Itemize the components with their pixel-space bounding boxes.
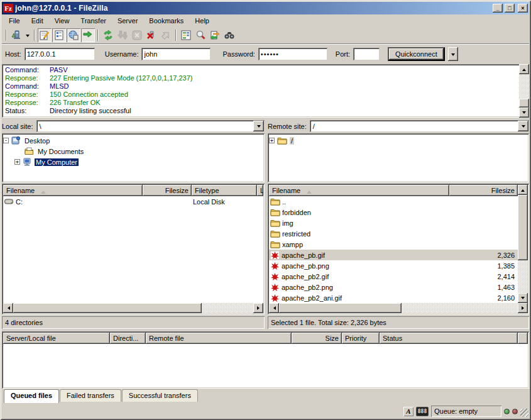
combo-dropdown-icon[interactable] — [518, 121, 528, 131]
tab-failed-transfers[interactable]: Failed transfers — [60, 389, 121, 402]
process-queue-icon[interactable] — [116, 28, 129, 42]
menu-server[interactable]: Server — [112, 15, 143, 26]
host-input[interactable] — [25, 48, 95, 60]
disconnect-icon[interactable] — [145, 28, 158, 42]
quickconnect-button[interactable]: Quickconnect — [388, 47, 445, 61]
transfer-queue[interactable]: Server/Local file Directi... Remote file… — [2, 331, 529, 389]
scroll-up-icon[interactable] — [519, 64, 529, 74]
remote-file-list[interactable]: Filename Filesize .. forbidden — [268, 184, 529, 314]
column-header-priority[interactable]: Priority — [342, 333, 380, 344]
column-header-remote-file[interactable]: Remote file — [146, 333, 292, 344]
title-bar[interactable]: Fz john@127.0.0.1 - FileZilla _ □ × — [2, 2, 529, 14]
scroll-right-icon[interactable] — [518, 303, 528, 313]
local-file-list[interactable]: Filename Filesize Filetype L C: — [2, 184, 265, 314]
file-row[interactable]: apache_pb2_ani.gif 2,160 — [269, 292, 518, 303]
local-tree[interactable]: - Desktop My Documents + My Computer — [2, 133, 265, 182]
file-row[interactable]: apache_pb2.png 1,463 — [269, 282, 518, 292]
column-header-filetype[interactable]: Filetype — [192, 185, 257, 196]
search-icon[interactable] — [222, 28, 236, 42]
local-site-bar: Local site: \ — [2, 119, 265, 133]
remote-horizontal-scrollbar[interactable] — [269, 303, 528, 313]
speed-limits-icon[interactable]: 888 — [416, 407, 429, 416]
compare-directories-icon[interactable] — [179, 28, 193, 42]
remote-tree[interactable]: + / — [268, 133, 529, 182]
username-input[interactable] — [141, 48, 211, 60]
site-manager-icon[interactable] — [9, 28, 23, 42]
maximize-button[interactable]: □ — [505, 4, 515, 13]
tree-item-my-computer[interactable]: + My Computer — [3, 157, 263, 167]
file-row-c-drive[interactable]: C: Local Disk — [3, 196, 263, 207]
scrollbar-thumb[interactable] — [519, 99, 529, 108]
tree-item-root[interactable]: + / — [269, 135, 528, 146]
scroll-up-icon[interactable] — [518, 185, 528, 195]
menu-edit[interactable]: Edit — [26, 15, 49, 26]
menu-help[interactable]: Help — [189, 15, 215, 26]
column-header-status[interactable]: Status — [380, 333, 518, 344]
port-input[interactable] — [353, 48, 380, 60]
scrollbar-thumb[interactable] — [13, 303, 202, 313]
file-size: 2,160 — [497, 294, 515, 302]
toggle-remote-tree-icon[interactable] — [67, 28, 80, 42]
toggle-message-log-icon[interactable] — [38, 28, 52, 42]
tree-item-desktop[interactable]: - Desktop — [3, 135, 263, 146]
filter-icon[interactable] — [194, 28, 207, 42]
column-header-filesize[interactable]: Filesize — [449, 185, 518, 196]
remote-site-combo[interactable]: / — [310, 120, 529, 132]
column-header-server-local-file[interactable]: Server/Local file — [3, 333, 110, 344]
combo-dropdown-icon[interactable] — [253, 121, 264, 131]
refresh-icon[interactable] — [101, 28, 115, 42]
scroll-left-icon[interactable] — [3, 303, 13, 313]
menu-transfer[interactable]: Transfer — [75, 15, 112, 26]
file-row[interactable]: forbidden — [269, 207, 518, 218]
local-list-header: Filename Filesize Filetype L — [3, 185, 263, 196]
column-header-blank — [518, 333, 528, 344]
tree-item-my-documents[interactable]: My Documents — [3, 146, 263, 157]
column-header-filename[interactable]: Filename — [269, 185, 449, 196]
cancel-icon[interactable] — [130, 28, 144, 42]
synchronized-browsing-icon[interactable] — [208, 28, 222, 42]
tab-successful-transfers[interactable]: Successful transfers — [122, 389, 198, 402]
local-site-combo[interactable]: \ — [36, 120, 265, 132]
expand-icon[interactable]: + — [269, 138, 275, 143]
column-header-filename[interactable]: Filename — [3, 185, 143, 196]
queue-body[interactable] — [3, 344, 528, 387]
column-header-size[interactable]: Size — [292, 333, 342, 344]
scrollbar-thumb[interactable] — [279, 303, 402, 313]
file-row[interactable]: img — [269, 218, 518, 228]
log-text: 150 Connection accepted — [50, 91, 128, 99]
scroll-down-icon[interactable] — [518, 293, 528, 303]
transfer-type-icon[interactable]: A — [403, 407, 413, 416]
tab-queued-files[interactable]: Queued files — [4, 389, 59, 403]
menu-bookmarks[interactable]: Bookmarks — [143, 15, 189, 26]
reconnect-icon[interactable] — [159, 28, 173, 42]
close-button[interactable]: × — [518, 4, 528, 13]
file-row[interactable]: restricted — [269, 228, 518, 239]
menu-view[interactable]: View — [49, 15, 75, 26]
file-row[interactable]: .. — [269, 196, 518, 207]
collapse-icon[interactable]: - — [3, 138, 9, 143]
file-row-selected[interactable]: apache_pb.gif 2,326 — [269, 250, 518, 260]
file-row[interactable]: apache_pb.png 1,385 — [269, 260, 518, 271]
local-horizontal-scrollbar[interactable] — [3, 303, 263, 313]
scroll-down-icon[interactable] — [519, 108, 529, 118]
expand-icon[interactable]: + — [14, 159, 20, 165]
scrollbar-thumb[interactable] — [518, 195, 528, 260]
minimize-button[interactable]: _ — [493, 4, 503, 13]
remote-vertical-scrollbar[interactable] — [518, 185, 528, 303]
column-header-direction[interactable]: Directi... — [110, 333, 146, 344]
site-manager-dropdown-icon[interactable] — [24, 28, 31, 42]
column-header-lastmodified[interactable]: L — [257, 185, 263, 196]
toggle-transfer-queue-icon[interactable] — [81, 28, 95, 42]
resize-grip[interactable] — [520, 409, 528, 417]
scroll-right-icon[interactable] — [253, 303, 263, 313]
file-row[interactable]: apache_pb2.gif 2,414 — [269, 271, 518, 282]
message-log[interactable]: Command:PASV Response:227 Entering Passi… — [2, 64, 529, 118]
toggle-local-tree-icon[interactable] — [52, 28, 66, 42]
column-header-filesize[interactable]: Filesize — [143, 185, 192, 196]
password-input[interactable] — [258, 48, 327, 60]
log-vertical-scrollbar[interactable] — [519, 64, 529, 118]
file-row[interactable]: xampp — [269, 239, 518, 250]
quickconnect-dropdown-icon[interactable] — [448, 47, 458, 61]
scroll-left-icon[interactable] — [269, 303, 279, 313]
menu-file[interactable]: File — [3, 15, 26, 26]
